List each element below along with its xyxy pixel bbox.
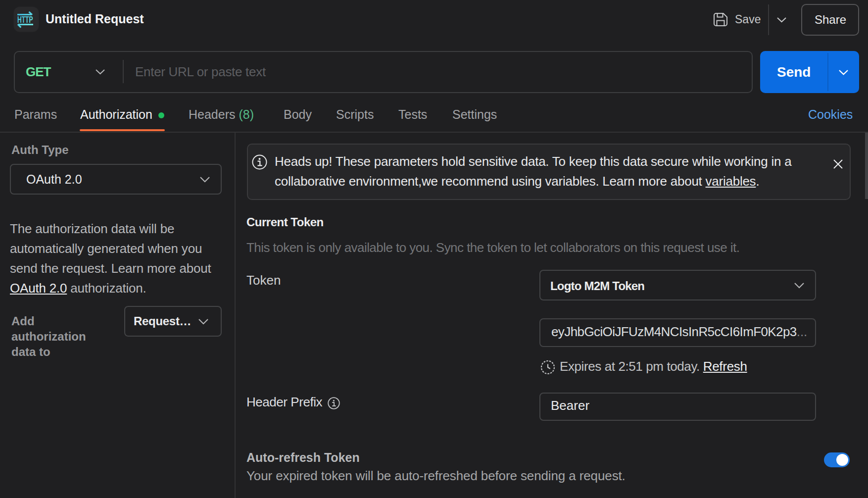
- svg-text:HTTP: HTTP: [17, 15, 33, 25]
